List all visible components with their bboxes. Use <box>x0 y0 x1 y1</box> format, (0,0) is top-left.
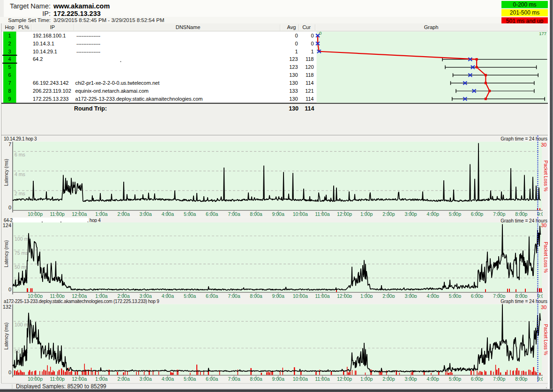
svg-text:6 ms: 6 ms <box>15 152 25 157</box>
svg-text:130: 130 <box>289 80 298 86</box>
svg-text:206.223.119.102: 206.223.119.102 <box>33 88 71 94</box>
svg-text:2:00p: 2:00p <box>382 376 395 382</box>
svg-text:1: 1 <box>311 49 314 54</box>
svg-text:30: 30 <box>541 304 546 310</box>
svg-text:2:00a: 2:00a <box>117 376 129 382</box>
svg-text:114: 114 <box>306 80 314 86</box>
svg-text:6:00a: 6:00a <box>206 211 218 217</box>
svg-text:Avg: Avg <box>287 24 296 30</box>
svg-text:4:00p: 4:00p <box>427 211 439 217</box>
svg-text:5:00p: 5:00p <box>449 211 461 217</box>
svg-text:Latency (ms): Latency (ms) <box>4 159 9 186</box>
svg-text:2:00p: 2:00p <box>382 211 395 217</box>
svg-text:9:00a: 9:00a <box>272 376 284 382</box>
svg-text:7: 7 <box>8 80 11 86</box>
svg-text:120: 120 <box>305 64 314 70</box>
svg-text:Graph time = 24 hours: Graph time = 24 hours <box>501 218 547 223</box>
svg-text:3:00a: 3:00a <box>140 211 152 217</box>
svg-text:8:00p: 8:00p <box>515 376 527 382</box>
svg-text:4:00a: 4:00a <box>162 211 174 217</box>
svg-text:3:00a: 3:00a <box>140 376 152 382</box>
svg-text:10.14.29.1: 10.14.29.1 <box>33 49 57 54</box>
svg-text:Latency (ms): Latency (ms) <box>4 240 9 267</box>
svg-text:3:00p: 3:00p <box>404 376 417 382</box>
svg-text:0: 0 <box>319 30 321 36</box>
svg-text:8:00p: 8:00p <box>515 211 527 217</box>
svg-text:--------------: -------------- <box>76 41 101 46</box>
svg-text:123: 123 <box>289 56 298 62</box>
svg-text:3/29/2015 8:52:45 PM - 3/29/20: 3/29/2015 8:52:45 PM - 3/29/2015 8:52:54… <box>53 17 164 23</box>
svg-text:DNSName: DNSName <box>176 24 201 30</box>
svg-text:2: 2 <box>8 41 11 46</box>
svg-text:0-200 ms: 0-200 ms <box>513 1 536 8</box>
svg-text:, hop 4: , hop 4 <box>87 218 101 223</box>
svg-text:30: 30 <box>541 222 546 228</box>
svg-text:12:00a: 12:00a <box>72 376 87 382</box>
svg-text:2:00a: 2:00a <box>117 211 129 217</box>
svg-text:Displayed Samples: 85290 to 85: Displayed Samples: 85290 to 85299 <box>16 383 106 390</box>
svg-text:10.14.3.1: 10.14.3.1 <box>33 41 54 46</box>
svg-text:7:00a: 7:00a <box>228 211 240 217</box>
svg-text:132: 132 <box>3 304 11 310</box>
svg-text:2 ms: 2 ms <box>15 191 25 196</box>
svg-text:--------------: -------------- <box>76 33 101 38</box>
svg-text:501 ms and up: 501 ms and up <box>506 18 544 24</box>
svg-text:7:00p: 7:00p <box>493 211 505 217</box>
svg-text:Hop: Hop <box>5 24 14 30</box>
svg-text:11:00p: 11:00p <box>50 376 64 382</box>
svg-text:7:00a: 7:00a <box>228 376 240 382</box>
svg-text:192.168.100.1: 192.168.100.1 <box>33 33 66 38</box>
svg-text:0: 0 <box>311 41 314 46</box>
svg-text:118: 118 <box>306 56 314 62</box>
svg-text:201-500 ms: 201-500 ms <box>510 9 539 16</box>
svg-text:8:00a: 8:00a <box>250 211 262 217</box>
svg-text:IP: IP <box>50 24 55 30</box>
svg-text:a172-225-13-233.deploy.static.: a172-225-13-233.deploy.static.akamaitech… <box>4 299 159 304</box>
svg-text:30: 30 <box>541 142 546 148</box>
svg-text:chi2-pr1-xe-2-2-0-0.us.twtelec: chi2-pr1-xe-2-2-0-0.us.twtelecom.net <box>75 80 160 86</box>
svg-text:75 ms: 75 ms <box>15 250 28 256</box>
svg-text:1:00p: 1:00p <box>360 376 373 382</box>
svg-text:124: 124 <box>3 222 11 228</box>
svg-text:133: 133 <box>289 88 298 94</box>
svg-text:0: 0 <box>8 287 11 292</box>
svg-text:8: 8 <box>8 88 11 94</box>
svg-text:50 ms: 50 ms <box>15 264 28 270</box>
svg-text:6:00a: 6:00a <box>206 376 218 382</box>
svg-text:7: 7 <box>8 141 11 147</box>
svg-text:5:00p: 5:00p <box>449 376 461 382</box>
svg-text:6:00p: 6:00p <box>471 376 483 382</box>
svg-text:Graph: Graph <box>424 24 439 30</box>
svg-text:10:00p: 10:00p <box>28 211 43 217</box>
svg-text:5: 5 <box>8 64 11 70</box>
svg-text:1:00a: 1:00a <box>95 376 107 382</box>
svg-text:5:00a: 5:00a <box>184 211 196 217</box>
svg-text:11:00a: 11:00a <box>315 211 329 217</box>
svg-text:Packet Loss %: Packet Loss % <box>543 242 548 273</box>
svg-text:equinix-ord.netarch.akamai.com: equinix-ord.netarch.akamai.com <box>75 88 149 94</box>
svg-text:0: 0 <box>295 41 298 46</box>
svg-text:--------------: -------------- <box>76 49 101 54</box>
svg-text:0: 0 <box>295 33 298 38</box>
svg-text:a172-225-13-233.deploy.static.: a172-225-13-233.deploy.static.akamaitech… <box>75 96 203 102</box>
svg-text:PL%: PL% <box>18 24 29 30</box>
svg-text:114: 114 <box>306 96 314 102</box>
svg-text:12:00p: 12:00p <box>337 211 352 217</box>
svg-text:7:00p: 7:00p <box>493 376 505 382</box>
svg-text:1:00a: 1:00a <box>95 211 107 217</box>
svg-text:121: 121 <box>305 88 314 94</box>
svg-text:8:00a: 8:00a <box>250 376 262 382</box>
svg-text:4:00a: 4:00a <box>162 376 174 382</box>
svg-text:6:00p: 6:00p <box>471 211 483 217</box>
svg-text:9:00a: 9:00a <box>272 211 284 217</box>
svg-text:12:00p: 12:00p <box>337 376 352 382</box>
svg-text:11:00a: 11:00a <box>315 376 329 382</box>
svg-text:1: 1 <box>295 49 298 54</box>
svg-text:Sample Set Time:: Sample Set Time: <box>8 17 51 23</box>
svg-text:9: 9 <box>8 96 11 102</box>
svg-text:3: 3 <box>8 49 11 54</box>
svg-text:0: 0 <box>311 33 314 38</box>
svg-text:www.akamai.com: www.akamai.com <box>53 2 110 10</box>
svg-text:123: 123 <box>289 64 298 70</box>
svg-text:6: 6 <box>8 72 11 78</box>
